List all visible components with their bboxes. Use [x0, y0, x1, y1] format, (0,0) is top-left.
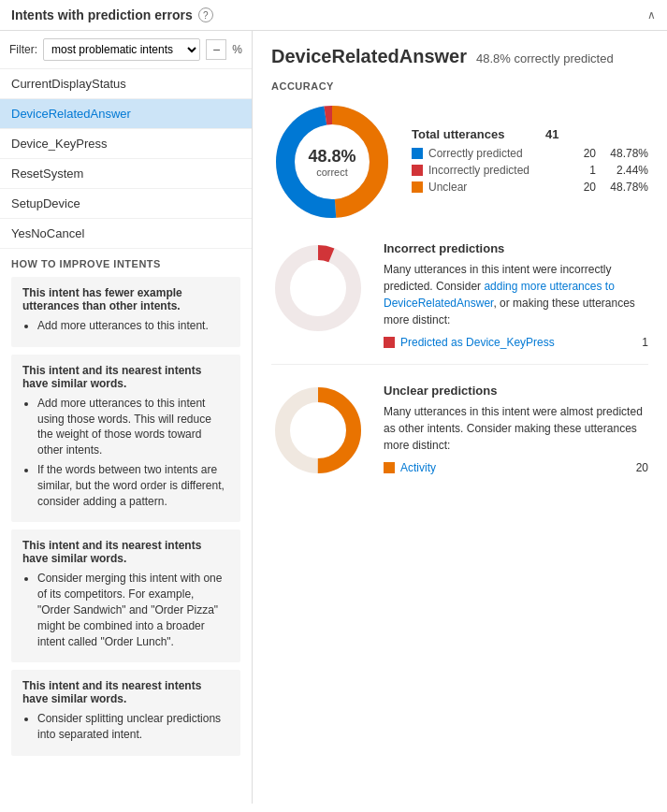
improve-title: HOW TO IMPROVE INTENTS [11, 258, 240, 269]
improve-card-item: Add more utterances to this intent using… [37, 396, 229, 458]
right-panel: DeviceRelatedAnswer 48.8% correctly pred… [253, 31, 667, 804]
incorrect-pred-label[interactable]: Predicted as Device_KeyPress [400, 336, 636, 349]
improve-card-item: Consider merging this intent with one of… [37, 571, 229, 649]
legend-row: Correctly predicted 20 48.78% [412, 147, 648, 160]
svg-point-7 [293, 263, 343, 313]
improve-card-title: This intent and its nearest intents have… [22, 364, 229, 390]
improve-card: This intent and its nearest intents have… [11, 355, 240, 523]
legend-row: Incorrectly predicted 1 2.44% [412, 164, 648, 177]
filter-select[interactable]: most problematic intents all intents [43, 38, 200, 61]
legend-count: 20 [577, 181, 596, 194]
main-container: Filter: most problematic intents all int… [0, 31, 667, 804]
incorrect-predictions-desc: Many utterances in this intent were inco… [384, 261, 648, 328]
incorrect-predictions-title: Incorrect predictions [384, 241, 648, 255]
legend-count: 20 [577, 147, 596, 160]
incorrect-predictions-section: Incorrect predictions Many utterances in… [271, 241, 648, 365]
improve-card-title: This intent and its nearest intents have… [22, 539, 229, 565]
donut-center: 48.8% correct [308, 147, 355, 178]
improve-card: This intent and its nearest intents have… [11, 670, 240, 756]
legend-pct: 48.78% [602, 147, 648, 160]
unclear-pred-item: Activity 20 [384, 461, 648, 474]
intent-header: DeviceRelatedAnswer 48.8% correctly pred… [271, 46, 648, 67]
improve-card: This intent has fewer example utterances… [11, 277, 240, 347]
legend-dot [412, 165, 423, 176]
filter-bar: Filter: most problematic intents all int… [0, 31, 252, 69]
unclear-predictions-desc: Many utterances in this intent were almo… [384, 403, 648, 454]
sidebar-item[interactable]: ResetSystem [0, 159, 252, 189]
unclear-pred-count: 20 [636, 461, 648, 474]
incorrect-mini-donut [271, 241, 365, 335]
sidebar-item[interactable]: SetupDevice [0, 189, 252, 219]
incorrect-pred-item: Predicted as Device_KeyPress 1 [384, 336, 648, 349]
unclear-predictions-content: Unclear predictions Many utterances in t… [384, 384, 648, 477]
improve-section: HOW TO IMPROVE INTENTS This intent has f… [0, 249, 252, 773]
unclear-mini-donut [271, 384, 365, 477]
unclear-predictions-section: Unclear predictions Many utterances in t… [271, 384, 648, 492]
donut-label: correct [308, 167, 355, 178]
unclear-predictions-title: Unclear predictions [384, 384, 648, 398]
main-donut-chart: 48.8% correct [271, 101, 393, 223]
legend-pct: 48.78% [602, 181, 648, 194]
legend-pct: 2.44% [602, 164, 648, 177]
improve-card-item: Consider splitting unclear predictions i… [37, 711, 229, 743]
legend-count: 1 [577, 164, 596, 177]
legend-title: Total utterances 41 [412, 127, 648, 141]
improve-card-item: Add more utterances to this intent. [37, 318, 229, 334]
intent-accuracy: 48.8% correctly predicted [476, 51, 614, 65]
sidebar-item[interactable]: CurrentDisplayStatus [0, 69, 252, 99]
help-icon[interactable]: ? [198, 7, 213, 22]
incorrect-pred-count: 1 [642, 336, 648, 349]
unclear-pred-dot [384, 462, 395, 473]
sidebar-item[interactable]: YesNoCancel [0, 219, 252, 249]
legend-text: Correctly predicted [428, 147, 572, 160]
filter-minus-button[interactable]: − [206, 39, 226, 60]
legend-row: Unclear 20 48.78% [412, 181, 648, 194]
sidebar: Filter: most problematic intents all int… [0, 31, 253, 804]
svg-point-10 [293, 405, 343, 456]
legend-text: Unclear [428, 181, 572, 194]
improve-card-title: This intent and its nearest intents have… [22, 679, 229, 705]
intent-name: DeviceRelatedAnswer [271, 46, 467, 67]
filter-label: Filter: [9, 43, 37, 56]
improve-card-item: If the words between two intents are sim… [37, 462, 229, 509]
accuracy-label: ACCURACY [271, 80, 648, 92]
sidebar-item[interactable]: DeviceRelatedAnswer [0, 99, 252, 129]
accuracy-row: 48.8% correct Total utterances 41 Correc… [271, 101, 648, 223]
add-utterances-link[interactable]: adding more utterances to DeviceRelatedA… [384, 280, 615, 310]
incorrect-pred-dot [384, 337, 395, 348]
incorrect-predictions-content: Incorrect predictions Many utterances in… [384, 241, 648, 349]
donut-pct: 48.8% [308, 147, 355, 167]
sidebar-item[interactable]: Device_KeyPress [0, 129, 252, 159]
unclear-pred-label[interactable]: Activity [400, 461, 631, 474]
filter-pct-label: % [232, 43, 242, 56]
legend-table: Total utterances 41 Correctly predicted … [412, 127, 648, 197]
header-title: Intents with prediction errors [11, 7, 193, 22]
improve-card-title: This intent has fewer example utterances… [22, 286, 229, 312]
legend-dot [412, 181, 423, 193]
header: Intents with prediction errors ? ∧ [0, 0, 667, 31]
legend-dot [412, 148, 423, 159]
legend-text: Incorrectly predicted [428, 164, 572, 177]
improve-card: This intent and its nearest intents have… [11, 529, 240, 662]
sidebar-list: CurrentDisplayStatusDeviceRelatedAnswerD… [0, 69, 252, 249]
collapse-icon[interactable]: ∧ [647, 8, 656, 22]
